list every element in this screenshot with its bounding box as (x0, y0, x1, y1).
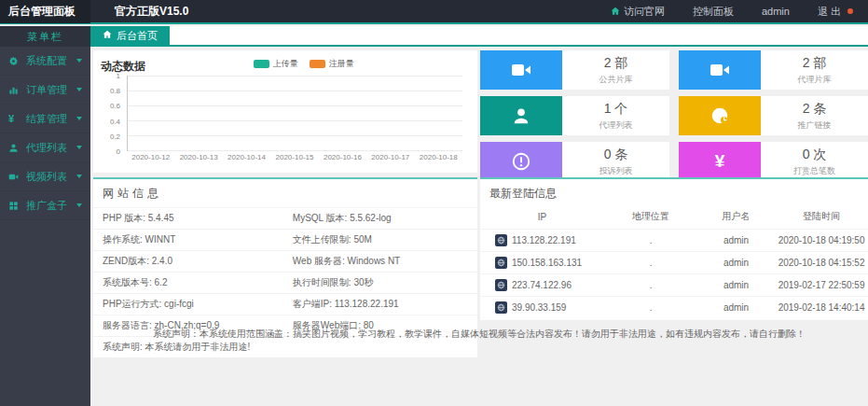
sidebar-item-settlement[interactable]: ¥ 结算管理 (0, 105, 90, 133)
stat-label: 代理列表 (599, 119, 633, 132)
column-header-user: 用户名 (697, 207, 775, 230)
globe-badge-icon (495, 279, 507, 291)
stat-card-rewards[interactable]: ¥ 0 次 打赏总笔数 (679, 142, 868, 181)
legend-item-registrations: 注册量 (310, 58, 354, 70)
system-declaration: 系统声明：本系统使用范围涵盖：搞笑图片视频，学习教程，教学课件，自媒体短视频等合… (90, 328, 868, 341)
time-value: 2019-02-18 14:40:14 (775, 297, 868, 319)
stat-label: 推广链接 (798, 119, 832, 132)
ip-value: 150.158.163.131 (512, 258, 582, 268)
location-value: . (604, 274, 697, 297)
app-logo: 后台管理面板 (0, 0, 90, 23)
sidebar-item-label: 推广盒子 (26, 199, 67, 213)
stat-value: 0 条 (604, 147, 628, 163)
link-logout[interactable]: 退 出 (818, 5, 853, 19)
sidebar-item-label: 代理列表 (26, 141, 67, 155)
site-info-value: MySQL 版本: 5.5.62-log (293, 212, 468, 225)
sidebar: 菜单栏 系统配置 订单管理 ¥ 结算管理 代理列表 视频列表 (0, 26, 90, 406)
stat-card-agent-films[interactable]: 2 部 代理片库 (679, 50, 868, 90)
site-info-value: PHP运行方式: cgi-fcgi (103, 298, 293, 311)
site-info-value: 执行时间限制: 30秒 (293, 276, 468, 289)
column-header-location: 地理位置 (604, 207, 697, 230)
tab-dashboard-home[interactable]: 后台首页 (90, 26, 170, 45)
ip-value: 113.128.22.191 (512, 235, 576, 245)
globe-badge-icon (495, 257, 507, 269)
chart-y-labels: 00.20.40.60.81 (101, 76, 123, 151)
user-value: admin (697, 274, 775, 297)
chevron-down-icon (76, 146, 82, 149)
sidebar-item-orders[interactable]: 订单管理 (0, 76, 90, 105)
bar-chart-icon (8, 85, 22, 95)
location-value: . (604, 252, 697, 274)
sidebar-item-label: 视频列表 (26, 170, 67, 184)
stat-card-promo-links[interactable]: 2 条 推广链接 (679, 96, 868, 135)
stat-card-complaints[interactable]: 0 条 投诉列表 (480, 142, 669, 181)
sidebar-header: 菜单栏 (0, 26, 90, 47)
site-info-value: Web 服务器: Windows NT (293, 255, 468, 268)
site-info-value: 操作系统: WINNT (103, 233, 293, 246)
chart-x-labels: 2020-10-122020-10-132020-10-142020-10-15… (127, 153, 462, 164)
table-row: 223.74.122.96 . admin 2019-02-17 22:50:5… (480, 274, 868, 297)
stat-value: 2 条 (803, 101, 827, 118)
sidebar-item-agents[interactable]: 代理列表 (0, 133, 90, 162)
chevron-down-icon (76, 59, 82, 63)
site-info-row: ZEND版本: 2.4.0 Web 服务器: Windows NT (93, 250, 477, 272)
topbar: 后台管理面板 官方正版V15.0 访问官网 控制面板 admin 退 出 (0, 0, 868, 24)
legend-label: 上传量 (273, 58, 298, 70)
grid-icon (8, 201, 22, 211)
globe-icon (679, 96, 761, 135)
sidebar-item-label: 订单管理 (26, 83, 67, 97)
time-value: 2020-10-18 04:19:50 (775, 230, 868, 252)
site-info-value: 客户端IP: 113.128.22.191 (293, 298, 468, 311)
chevron-down-icon (76, 203, 82, 207)
exclamation-icon (480, 142, 562, 181)
link-label: 退 出 (818, 5, 841, 19)
chart-legend: 上传量 注册量 (254, 58, 354, 70)
link-control-panel[interactable]: 控制面板 (693, 5, 734, 19)
sidebar-item-videos[interactable]: 视频列表 (0, 162, 90, 191)
gear-icon (8, 56, 22, 66)
sidebar-item-label: 结算管理 (26, 112, 67, 126)
stat-label: 投诉列表 (599, 165, 633, 177)
tabbar: 后台首页 (90, 26, 868, 47)
site-info-value: 系统版本号: 6.2 (103, 276, 293, 289)
site-info-row: 操作系统: WINNT 文件上传限制: 50M (93, 229, 477, 250)
chart-area: 00.20.40.60.81 2020-10-122020-10-132020-… (101, 73, 470, 164)
location-value: . (604, 297, 697, 319)
stat-label: 公共片库 (599, 74, 633, 86)
site-info-value: 系统声明: 本系统请勿用于非法用途! (103, 341, 250, 354)
login-info-title: 最新登陆信息 (480, 179, 868, 207)
link-admin[interactable]: admin (762, 6, 790, 17)
column-header-time: 登陆时间 (775, 207, 868, 230)
table-row: 39.90.33.159 . admin 2019-02-18 14:40:14 (480, 297, 868, 319)
site-info-title: 网站信息 (93, 179, 477, 207)
dynamic-data-chart-card: 动态数据 上传量 注册量 00.20.40.60.81 2020-10-1220… (93, 50, 477, 173)
legend-label: 注册量 (329, 58, 354, 70)
home-icon (103, 30, 112, 41)
stat-card-agent-list[interactable]: 1 个 代理列表 (480, 96, 669, 135)
login-info-table: IP 地理位置 用户名 登陆时间 113.128.22.191 . admin … (480, 207, 868, 318)
site-info-value: ZEND版本: 2.4.0 (103, 255, 293, 268)
user-value: admin (697, 297, 775, 319)
sidebar-item-promo-box[interactable]: 推广盒子 (0, 191, 90, 220)
ip-value: 39.90.33.159 (512, 302, 566, 313)
chart-title: 动态数据 (101, 60, 145, 73)
camera-icon (679, 50, 761, 90)
stat-value: 1 个 (604, 101, 628, 118)
chevron-down-icon (76, 117, 82, 120)
sidebar-item-system-config[interactable]: 系统配置 (0, 47, 90, 76)
chevron-down-icon (76, 175, 82, 178)
topbar-links: 访问官网 控制面板 admin 退 出 (611, 5, 868, 19)
login-info-card: 最新登陆信息 IP 地理位置 用户名 登陆时间 113.128.22.191 .… (480, 177, 868, 320)
stat-card-public-films[interactable]: 2 部 公共片库 (480, 50, 669, 90)
page-title: 官方正版V15.0 (115, 4, 188, 20)
stat-value: 2 部 (604, 55, 628, 72)
home-icon (611, 7, 620, 16)
user-value: admin (697, 252, 775, 274)
legend-item-uploads: 上传量 (254, 58, 298, 70)
stat-label: 代理片库 (798, 74, 832, 86)
camera-icon (480, 50, 562, 90)
chart-plot (127, 76, 462, 151)
site-info-value: 文件上传限制: 50M (293, 233, 468, 246)
link-visit-site[interactable]: 访问官网 (611, 5, 665, 19)
table-row: 113.128.22.191 . admin 2020-10-18 04:19:… (480, 230, 868, 252)
